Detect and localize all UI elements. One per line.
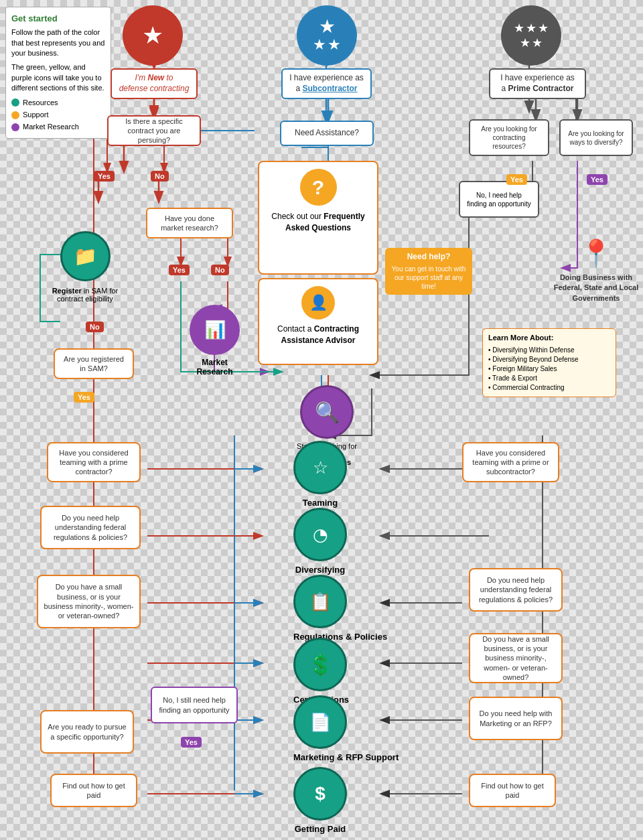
prime-star5: ★	[532, 36, 543, 50]
need-help-text: You can get in touch with our support st…	[390, 265, 467, 291]
sub-circle: ★ ★ ★	[297, 5, 357, 66]
no-specific-contract[interactable]: No	[151, 171, 169, 182]
marketing-circle-area[interactable]: 📄 Marketing & RFP Support	[293, 695, 399, 762]
yes-ready-pursue[interactable]: Yes	[181, 737, 202, 748]
specific-contract-text: Is there a specific contract you are per…	[114, 117, 194, 145]
federal-regs-left-box[interactable]: Do you need help understanding federal r…	[40, 506, 141, 549]
need-help-box: Need help? You can get in touch with our…	[385, 248, 472, 295]
teaming-circle: ☆	[293, 441, 347, 494]
sub-box[interactable]: I have experience asa Subcontractor	[281, 68, 372, 99]
marketing-rfp-right-box[interactable]: Do you need help with Marketing or an RF…	[469, 697, 563, 740]
marketing-circle: 📄	[293, 695, 347, 749]
money-icon: 💲	[308, 653, 333, 677]
regulations-circle-area[interactable]: 📋 Regulations & Policies	[293, 575, 387, 642]
yes-resources[interactable]: Yes	[506, 174, 527, 185]
getting-paid-circle: $	[293, 767, 347, 821]
small-biz-left-text: Do you have a small business, or is your…	[44, 582, 134, 620]
register-sam-area[interactable]: 📁	[60, 231, 111, 281]
need-help-title: Need help?	[390, 252, 467, 263]
prime-circle: ★ ★ ★ ★ ★	[501, 5, 561, 66]
no-help-finding-box[interactable]: No, I need help finding an opportunity	[459, 181, 539, 218]
flowchart: Get started Follow the path of the color…	[0, 0, 643, 840]
contact-advisor-text[interactable]: Contact a Contracting Assistance Advisor	[266, 324, 370, 346]
person-icon: 👤	[309, 294, 328, 311]
market-research-box[interactable]: Have you done market research?	[146, 208, 233, 238]
yes-diversify[interactable]: Yes	[587, 174, 608, 185]
federal-regs-right-text: Do you need help understanding federal r…	[476, 575, 556, 604]
find-paid-left-box[interactable]: Find out how to get paid	[50, 774, 137, 807]
marketing-rfp-text: Do you need help with Marketing or an RF…	[476, 709, 556, 728]
new-circle: ★	[123, 5, 183, 66]
faq-question-icon: ?	[300, 169, 337, 206]
yes-registered-sam[interactable]: Yes	[74, 392, 94, 403]
certifications-circle-area[interactable]: 💲 Certifications	[293, 638, 349, 705]
looking-diversify-box[interactable]: Are you looking for ways to diversify?	[559, 119, 633, 156]
legend-support[interactable]: Support	[11, 110, 105, 120]
find-paid-right-text: Find out how to get paid	[476, 781, 549, 800]
location-pin-icon: 📍	[549, 238, 643, 269]
ready-pursue-text: Are you ready to pursue a specific oppor…	[47, 722, 127, 742]
looking-resources-box[interactable]: Are you looking for contracting resource…	[469, 119, 549, 156]
bar-chart-icon: 📊	[204, 320, 226, 340]
no-help-finding-text: No, I need help finding an opportunity	[466, 191, 532, 208]
teaming-sub-text: Have you considered teaming with a prime…	[469, 448, 553, 477]
prime-stars: ★ ★ ★ ★ ★	[514, 21, 549, 50]
looking-diversify-text: Are you looking for ways to diversify?	[566, 129, 626, 147]
doing-business-text: Doing Business with Federal, State and L…	[549, 273, 643, 303]
document-icon: 📄	[309, 712, 331, 733]
find-paid-right-box[interactable]: Find out how to get paid	[469, 774, 556, 807]
getting-paid-circle-area[interactable]: $ Getting Paid	[293, 767, 347, 834]
still-need-help-box[interactable]: No, I still need help finding an opportu…	[151, 687, 238, 723]
getting-paid-label: Getting Paid	[293, 824, 347, 834]
market-research-node-label: MarketResearch	[190, 358, 240, 376]
doing-business-area[interactable]: 📍 Doing Business with Federal, State and…	[549, 238, 643, 303]
diversifying-circle: ◔	[293, 508, 347, 561]
clipboard-icon: 📋	[309, 591, 331, 612]
need-assistance-box[interactable]: Need Assistance?	[280, 121, 374, 146]
resources-label: Resources	[23, 98, 58, 108]
specific-contract-box[interactable]: Is there a specific contract you are per…	[107, 115, 201, 146]
faq-text[interactable]: Check out our Frequently Asked Questions	[266, 211, 370, 234]
ready-pursue-box[interactable]: Are you ready to pursue a specific oppor…	[40, 710, 134, 754]
legend-resources[interactable]: Resources	[11, 98, 105, 108]
yes-market-research[interactable]: Yes	[169, 265, 190, 275]
market-research-circle-area[interactable]: 📊 MarketResearch	[190, 305, 240, 376]
small-biz-right-text: Do you have a small business, or is your…	[476, 634, 556, 682]
register-sam-circle: 📁	[60, 231, 111, 281]
prime-box[interactable]: I have experience asa Prime Contractor	[489, 68, 586, 99]
star-outline-icon: ☆	[313, 458, 328, 478]
new-box[interactable]: I'm New todefense contracting	[111, 68, 198, 99]
yes-specific-contract[interactable]: Yes	[94, 171, 115, 182]
contact-advisor-area: 👤 Contact a Contracting Assistance Advis…	[258, 278, 378, 365]
faq-area: ? Check out our Frequently Asked Questio…	[258, 161, 378, 275]
sub-link[interactable]: Subcontractor	[303, 84, 358, 93]
small-biz-left-box[interactable]: Do you have a small business, or is your…	[37, 575, 141, 628]
legend-market-research[interactable]: Market Research	[11, 122, 105, 132]
prime-star2: ★	[526, 21, 537, 36]
teaming-label: Teaming	[293, 498, 347, 508]
no-market-research[interactable]: No	[211, 265, 229, 275]
market-research-dot	[11, 123, 19, 131]
sub-stars: ★ ★ ★	[313, 17, 341, 54]
no-sam[interactable]: No	[86, 322, 104, 332]
register-sam-label: Register in SAM forcontract eligibility	[48, 287, 122, 303]
sub-star2: ★	[313, 36, 326, 54]
diversifying-circle-area[interactable]: ◔ Diversifying	[293, 508, 347, 575]
legend-box: Get started Follow the path of the color…	[5, 7, 111, 139]
small-biz-right-box[interactable]: Do you have a small business, or is your…	[469, 633, 563, 683]
marketing-label: Marketing & RFP Support	[293, 752, 399, 762]
new-star-icon: ★	[142, 21, 163, 50]
registered-sam-box[interactable]: Are you registered in SAM?	[54, 348, 134, 379]
teaming-sub-box[interactable]: Have you considered teaming with a prime…	[462, 442, 559, 482]
teaming-circle-area[interactable]: ☆ Teaming	[293, 441, 347, 508]
sub-star1: ★	[319, 17, 336, 36]
learn-more-title: Learn More About:	[488, 333, 610, 343]
prime-star1: ★	[514, 21, 524, 36]
certifications-circle: 💲	[293, 638, 347, 691]
teaming-prime-box[interactable]: Have you considered teaming with a prime…	[47, 442, 141, 482]
search-contract-circle: 🔍	[300, 385, 354, 439]
diversifying-label: Diversifying	[293, 565, 347, 575]
federal-regs-right-box[interactable]: Do you need help understanding federal r…	[469, 568, 563, 612]
question-mark: ?	[312, 176, 324, 199]
still-need-help-text: No, I still need help finding an opportu…	[157, 695, 231, 715]
